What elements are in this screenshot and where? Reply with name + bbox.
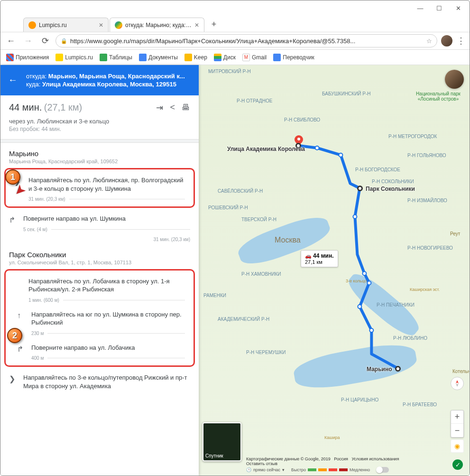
legend-now[interactable]: прямо сейчас bbox=[253, 467, 280, 472]
district-label: Р-Н СВИБЛОВО bbox=[284, 117, 320, 122]
district-label: Р-Н ПЕЧАТНИКИ bbox=[377, 302, 415, 308]
waypoint-start: Марьино Марьина Роща, Краснодарский край… bbox=[0, 143, 199, 166]
lock-icon: 🔒 bbox=[61, 38, 67, 44]
direction-substep[interactable]: ↱ Поверните направо на ул. Лобачика 400 … bbox=[6, 339, 194, 364]
bookmark-item[interactable]: Keep bbox=[184, 54, 207, 61]
pegman-button[interactable]: ◉ bbox=[451, 439, 464, 453]
direction-step[interactable]: Направляйтесь по ул. Лобачика в сторону … bbox=[6, 272, 194, 306]
bookmark-item[interactable]: Переводчик bbox=[273, 54, 314, 61]
district-label: Р-Н БОГОРОДСКОЕ bbox=[355, 167, 400, 172]
terms-link[interactable]: Условия использования bbox=[351, 457, 399, 461]
district-label: Р-Н ЦАРИЦЫНО bbox=[341, 397, 378, 402]
start-dot[interactable] bbox=[395, 366, 401, 372]
waypoint-dot[interactable] bbox=[357, 186, 363, 191]
map-canvas[interactable]: Улица Академика Королева Парк Сокольники… bbox=[199, 65, 470, 476]
road-label: 3-е кольцо bbox=[346, 279, 367, 283]
tab-close-icon[interactable]: ✕ bbox=[194, 22, 199, 28]
bookmark-item[interactable]: MGmail bbox=[242, 54, 267, 61]
map-attribution: Картографические данные © Google, 2019 Р… bbox=[246, 457, 399, 466]
share-icon[interactable]: < bbox=[170, 103, 175, 113]
district-label: Р-Н ЧЕРЕМУШКИ bbox=[246, 350, 286, 355]
info-dist: 27,1 км bbox=[305, 259, 323, 265]
print-icon[interactable]: 🖶 bbox=[182, 103, 190, 113]
reload-button[interactable]: ⟳ bbox=[38, 36, 52, 46]
city-label: Москва bbox=[275, 236, 301, 244]
map-profile-avatar[interactable] bbox=[445, 70, 464, 89]
bookmark-item[interactable]: Таблицы bbox=[100, 54, 132, 61]
tab-close-icon[interactable]: ✕ bbox=[99, 22, 103, 28]
tab-strip: Lumpics.ru ✕ откуда: Марьино; куда: Улиц… bbox=[0, 16, 470, 32]
segment-total: 31 мин. (20,3 км) bbox=[0, 235, 199, 244]
zoom-out-button[interactable]: − bbox=[451, 424, 463, 437]
district-label: Р-Н ИЗМАЙЛОВО bbox=[407, 198, 447, 203]
favicon-icon bbox=[115, 21, 122, 29]
step-text: Поверните направо на ул. Лобачика bbox=[31, 344, 185, 352]
content-area: ← откуда: Марьино, Марьина Роща, Краснод… bbox=[0, 65, 470, 476]
district-label: ТВЕРСКОЙ Р-Н bbox=[241, 217, 276, 222]
traffic-legend: 🕒 прямо сейчас ▾ Быстро Медленно bbox=[246, 467, 389, 473]
step-meta: 5 сек. (4 м) bbox=[23, 227, 190, 232]
menu-button[interactable]: ⋮ bbox=[456, 36, 466, 46]
drive-icon bbox=[214, 54, 221, 61]
total-time: 44 мин. bbox=[9, 102, 42, 112]
chevron-down-icon bbox=[14, 277, 28, 303]
gmail-icon: M bbox=[242, 54, 250, 61]
waypoint-mid: Парк Сокольники ул. Сокольнический Вал, … bbox=[0, 244, 199, 267]
from-line: откуда: Марьино, Марьина Роща, Краснодар… bbox=[26, 73, 190, 80]
waypoint-name: Парк Сокольники bbox=[9, 251, 190, 259]
legend-bar bbox=[318, 468, 327, 471]
close-window-button[interactable]: ✕ bbox=[449, 1, 468, 15]
car-icon: 🚗 bbox=[305, 253, 312, 259]
apps-icon bbox=[6, 54, 14, 61]
bookmark-item[interactable]: Диск bbox=[214, 54, 236, 61]
annotation-callout-2: 2 bbox=[7, 328, 22, 343]
satellite-toggle[interactable]: Спутник bbox=[203, 422, 241, 461]
traffic-toggle[interactable] bbox=[377, 467, 389, 473]
steps-list[interactable]: Марьино Марьина Роща, Краснодарский край… bbox=[0, 143, 199, 476]
legend-fast: Быстро bbox=[291, 467, 306, 472]
new-tab-button[interactable]: + bbox=[207, 18, 221, 31]
minimize-button[interactable]: — bbox=[411, 1, 430, 15]
waypoint-name: Марьино bbox=[9, 149, 190, 158]
back-button[interactable]: ← bbox=[4, 36, 18, 46]
bookmark-item[interactable]: Lumpics.ru bbox=[55, 54, 93, 61]
compass-icon bbox=[453, 380, 461, 387]
destination-label: Улица Академика Королева bbox=[227, 146, 294, 152]
via-text: через ул. Люблинская и 3-е кольцо bbox=[0, 118, 199, 126]
feedback-link[interactable]: Оставить отзыв bbox=[246, 461, 277, 466]
back-arrow-icon[interactable]: ← bbox=[8, 75, 18, 85]
compass-button[interactable] bbox=[451, 377, 464, 390]
legend-slow: Медленно bbox=[350, 467, 370, 472]
bookmark-item[interactable]: Документы bbox=[139, 54, 178, 61]
send-to-phone-icon[interactable]: ⇥ bbox=[156, 103, 163, 113]
maximize-button[interactable]: ☐ bbox=[430, 1, 449, 15]
direction-substep[interactable]: ↑ Направляйтесь на юг по ул. Шумкина в с… bbox=[6, 306, 194, 339]
tab-google-maps[interactable]: откуда: Марьино; куда: Улица А ✕ bbox=[110, 18, 204, 32]
direction-step[interactable]: ❯ Направляйтесь по 3-е кольцо/путепровод… bbox=[0, 369, 199, 393]
bookmark-star-icon[interactable]: ☆ bbox=[426, 37, 432, 45]
step-meta: 400 м bbox=[31, 355, 185, 361]
status-ok-icon[interactable]: ✓ bbox=[452, 459, 463, 470]
docs-icon bbox=[139, 54, 147, 61]
tab-lumpics[interactable]: Lumpics.ru ✕ bbox=[23, 18, 109, 32]
profile-avatar[interactable] bbox=[441, 35, 452, 47]
turn-right-icon: ↱ bbox=[9, 215, 23, 232]
svg-marker-8 bbox=[456, 383, 459, 387]
route-info-box[interactable]: 🚗 44 мин.27,1 км bbox=[301, 250, 338, 267]
district-label: Р-Н НОВОГИРЕЕВО bbox=[407, 245, 453, 251]
district-label: РАМЕНКИ bbox=[203, 293, 226, 298]
zoom-in-button[interactable]: + bbox=[451, 411, 463, 424]
district-label: Р-Н МЕТРОГОРОДОК bbox=[388, 134, 437, 139]
direction-step[interactable]: ❯ Направляйтесь по ул. Люблинская, пр. В… bbox=[6, 171, 194, 205]
url-input[interactable]: 🔒 https://www.google.ru/maps/dir/Марьино… bbox=[55, 34, 437, 47]
park-label: Национальный парк «Лосиный остров» bbox=[415, 91, 462, 102]
direction-step[interactable]: ↱ Поверните направо на ул. Шумкина 5 сек… bbox=[0, 210, 199, 235]
highlighted-step-1: ❯ Направляйтесь по ул. Люблинская, пр. В… bbox=[4, 168, 195, 208]
step-text: Направляйтесь по ул. Лобачика в сторону … bbox=[28, 277, 185, 294]
apps-button[interactable]: Приложения bbox=[6, 54, 49, 61]
traffic-text: Без пробок: 44 мин. bbox=[0, 126, 199, 139]
total-distance: (27,1 км) bbox=[44, 102, 82, 112]
tab-title: откуда: Марьино; куда: Улица А bbox=[125, 22, 192, 28]
forward-button[interactable]: → bbox=[21, 36, 35, 46]
district-label: Р-Н БРАТЕЕВО bbox=[403, 402, 437, 407]
